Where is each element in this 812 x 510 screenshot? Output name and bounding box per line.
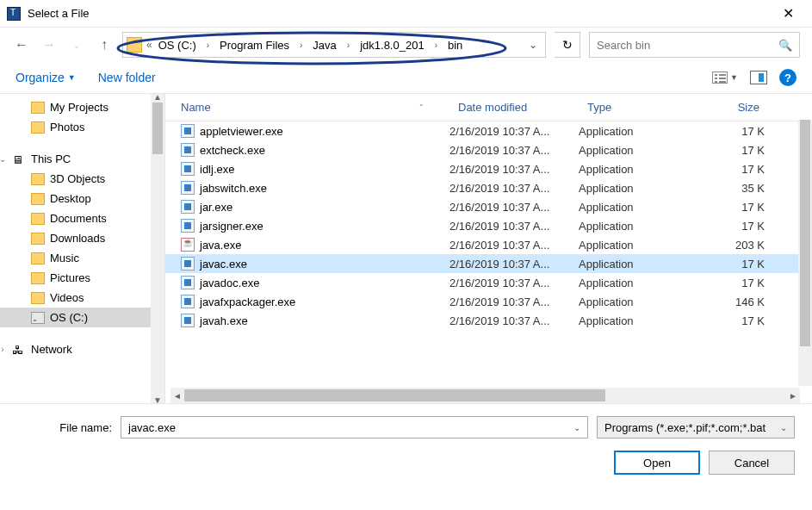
titlebar: Select a File ✕ — [0, 0, 812, 28]
sidebar-label: Network — [31, 343, 72, 356]
file-row[interactable]: javafxpackager.exe2/16/2019 10:37 A...Ap… — [165, 292, 812, 311]
chevron-down-icon: ⌄ — [780, 423, 787, 432]
file-size: 17 K — [708, 258, 768, 271]
file-date: 2/16/2019 10:37 A... — [449, 277, 579, 289]
sidebar-item-downloads[interactable]: Downloads — [0, 228, 164, 248]
chevron-right-icon[interactable]: › — [201, 40, 214, 50]
close-button[interactable]: ✕ — [771, 5, 805, 22]
file-list: Name˄ Date modified Type Size appletview… — [165, 94, 812, 403]
chevron-right-icon[interactable]: › — [294, 40, 307, 50]
horizontal-scrollbar[interactable]: ◄ ► — [170, 388, 800, 403]
file-name: javah.exe — [200, 314, 248, 327]
sidebar-item-os-c[interactable]: OS (C:) — [0, 308, 164, 327]
search-box[interactable]: 🔍 — [589, 32, 800, 58]
breadcrumb-item[interactable]: Program Files — [216, 37, 293, 53]
address-dropdown[interactable]: ⌄ — [524, 39, 542, 51]
cancel-button[interactable]: Cancel — [709, 451, 795, 475]
sidebar-item-music[interactable]: Music — [0, 248, 164, 268]
file-row[interactable]: extcheck.exe2/16/2019 10:37 A...Applicat… — [165, 140, 812, 159]
file-name: javadoc.exe — [200, 277, 259, 289]
expand-icon[interactable]: › — [0, 345, 7, 354]
folder-icon — [31, 272, 45, 284]
sidebar-label: Music — [50, 252, 79, 264]
scrollbar-thumb[interactable] — [152, 103, 163, 154]
network-icon — [12, 344, 26, 356]
file-date: 2/16/2019 10:37 A... — [449, 295, 579, 308]
toolbar: Organize ▼ New folder ▼ ? — [0, 62, 812, 93]
view-mode-button[interactable]: ▼ — [712, 72, 738, 84]
chevron-down-icon: ▼ — [68, 73, 76, 82]
file-date: 2/16/2019 10:37 A... — [449, 182, 579, 195]
breadcrumb-overflow[interactable]: « — [146, 39, 153, 51]
scroll-up-icon[interactable]: ▲ — [153, 94, 162, 102]
file-row[interactable]: jarsigner.exe2/16/2019 10:37 A...Applica… — [165, 216, 812, 235]
column-name[interactable]: Name˄ — [165, 94, 449, 121]
vertical-scrollbar[interactable] — [798, 120, 812, 386]
scroll-down-icon[interactable]: ▼ — [153, 395, 162, 403]
scroll-right-icon[interactable]: ► — [786, 391, 800, 401]
search-input[interactable] — [597, 39, 778, 52]
folder-icon — [31, 102, 45, 114]
breadcrumb-item[interactable]: OS (C:) — [155, 37, 200, 53]
open-button[interactable]: Open — [614, 451, 700, 475]
file-type: Application — [579, 277, 708, 289]
sidebar-scrollbar[interactable]: ▲ ▼ — [151, 94, 164, 403]
sidebar-item-network[interactable]: ›Network — [0, 339, 164, 359]
file-type-filter[interactable]: Programs (*.exe;*.pif;*.com;*.bat ⌄ — [597, 416, 795, 438]
chevron-right-icon[interactable]: › — [430, 40, 443, 50]
folder-icon — [31, 193, 45, 205]
sidebar-label: Documents — [50, 212, 107, 225]
breadcrumb-item[interactable]: jdk1.8.0_201 — [356, 37, 427, 53]
column-type[interactable]: Type — [579, 94, 708, 121]
sidebar-item-photos[interactable]: Photos — [0, 117, 164, 137]
refresh-button[interactable]: ↻ — [555, 32, 580, 58]
help-button[interactable]: ? — [779, 69, 797, 86]
breadcrumb-item[interactable]: Java — [309, 37, 339, 53]
chevron-right-icon[interactable]: › — [342, 40, 355, 50]
exe-icon — [181, 200, 195, 214]
column-size[interactable]: Size — [708, 94, 768, 121]
organize-label: Organize — [15, 71, 65, 84]
sidebar-item-documents[interactable]: Documents — [0, 208, 164, 228]
sidebar-item-videos[interactable]: Videos — [0, 288, 164, 308]
exe-icon — [181, 295, 195, 308]
file-date: 2/16/2019 10:37 A... — [449, 144, 579, 157]
sidebar-item-3d-objects[interactable]: 3D Objects — [0, 169, 164, 189]
chevron-down-icon[interactable]: ⌄ — [573, 423, 580, 432]
file-row[interactable]: javah.exe2/16/2019 10:37 A...Application… — [165, 311, 812, 330]
file-size: 17 K — [708, 201, 768, 214]
new-folder-button[interactable]: New folder — [98, 71, 156, 84]
file-row[interactable]: javadoc.exe2/16/2019 10:37 A...Applicati… — [165, 273, 812, 292]
column-date[interactable]: Date modified — [449, 94, 579, 121]
sidebar-item-my-projects[interactable]: My Projects — [0, 97, 164, 117]
scrollbar-thumb[interactable] — [184, 389, 605, 401]
file-size: 17 K — [708, 144, 768, 157]
scroll-left-icon[interactable]: ◄ — [170, 391, 184, 401]
back-button[interactable]: ← — [12, 35, 31, 54]
file-row[interactable]: jabswitch.exe2/16/2019 10:37 A...Applica… — [165, 178, 812, 197]
organize-menu[interactable]: Organize ▼ — [15, 71, 76, 84]
expand-icon[interactable]: ⌄ — [0, 154, 7, 164]
recent-dropdown[interactable]: ⌄ — [67, 35, 86, 54]
up-button[interactable]: ↑ — [95, 35, 114, 54]
forward-button[interactable]: → — [40, 35, 59, 54]
scrollbar-thumb[interactable] — [800, 120, 810, 346]
sidebar-label: My Projects — [50, 101, 108, 114]
file-name: idlj.exe — [200, 163, 234, 176]
breadcrumb-item[interactable]: bin — [444, 37, 466, 53]
filename-input[interactable] — [128, 421, 573, 434]
file-row[interactable]: java.exe2/16/2019 10:37 A...Application2… — [165, 235, 812, 254]
file-size: 17 K — [708, 220, 768, 233]
file-row[interactable]: appletviewer.exe2/16/2019 10:37 A...Appl… — [165, 121, 812, 140]
file-row[interactable]: jar.exe2/16/2019 10:37 A...Application17… — [165, 197, 812, 216]
file-row[interactable]: javac.exe2/16/2019 10:37 A...Application… — [165, 254, 812, 273]
filename-combobox[interactable]: ⌄ — [121, 416, 588, 438]
sidebar-item-desktop[interactable]: Desktop — [0, 189, 164, 208]
file-size: 146 K — [708, 295, 768, 308]
sidebar-item-pictures[interactable]: Pictures — [0, 268, 164, 288]
address-bar[interactable]: « OS (C:) › Program Files › Java › jdk1.… — [122, 32, 546, 58]
file-row[interactable]: idlj.exe2/16/2019 10:37 A...Application1… — [165, 159, 812, 178]
preview-pane-button[interactable] — [750, 71, 767, 84]
sidebar-item-this-pc[interactable]: ⌄This PC — [0, 149, 164, 169]
file-size: 17 K — [708, 163, 768, 176]
